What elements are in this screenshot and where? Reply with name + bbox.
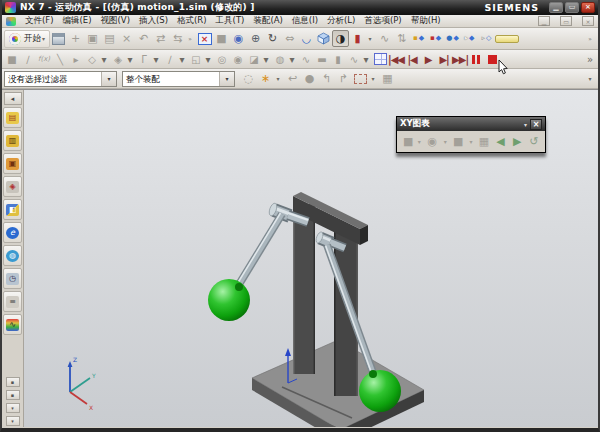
extrude-chevron[interactable]: ▾ (202, 52, 214, 67)
joint-define-button[interactable]: ●◆ (444, 30, 461, 47)
xy-zoom-button[interactable]: ◉ (425, 134, 440, 149)
playback-end-button[interactable]: ▶▶| (452, 52, 468, 67)
filter-dropdown-button[interactable]: ▾ (101, 72, 116, 86)
playback-play-button[interactable]: ▶ (420, 52, 436, 67)
nx-app-icon[interactable] (5, 2, 16, 13)
fit-view-button[interactable]: ◡ (298, 30, 315, 47)
menu-analysis[interactable]: 分析(L) (327, 15, 355, 27)
minimize-button[interactable]: ▁ (549, 2, 563, 13)
close-button[interactable]: × (581, 2, 595, 13)
line-button[interactable]: ╲ (52, 52, 68, 67)
visualization-tab[interactable]: ∿ (3, 314, 22, 335)
isometric-view-button[interactable] (315, 30, 332, 47)
paste-button[interactable]: ▤ (101, 30, 118, 47)
xy-grid-button[interactable]: ▦ (477, 134, 492, 149)
mdi-close-button[interactable]: × (582, 16, 594, 26)
hole-button[interactable]: ◎ (214, 52, 230, 67)
save-button[interactable] (50, 30, 67, 47)
xy-window-button[interactable]: ■ (451, 134, 466, 149)
block-button[interactable]: ■ (4, 52, 20, 67)
sketch-button[interactable]: ∕ (20, 52, 36, 67)
mdi-minimize-button[interactable]: ▁ (538, 16, 550, 26)
datum-button[interactable]: ▸ (68, 52, 84, 67)
row2-overflow-chevron[interactable]: » (584, 52, 596, 67)
history-palette-tab[interactable]: ◍ (3, 245, 22, 266)
selection-filter-combo[interactable]: 没有选择过滤器 ▾ (4, 71, 117, 87)
snap-point-button[interactable]: ◌ (240, 70, 257, 87)
measure-button[interactable] (495, 30, 519, 47)
menu-file[interactable]: 文件(F) (25, 15, 54, 27)
menu-help[interactable]: 帮助(H) (411, 15, 441, 27)
next-selection-button[interactable]: ↱ (335, 70, 352, 87)
assembly-navigator-tab[interactable]: ▤ (3, 107, 22, 128)
motion-navigator-tab[interactable]: ◈ (3, 176, 22, 197)
move-component-button[interactable]: ⇅ (393, 30, 410, 47)
menu-preferences[interactable]: 首选项(P) (364, 15, 401, 27)
curve-chevron[interactable]: ▾ (360, 52, 372, 67)
zoom-button[interactable]: ⊕ (247, 30, 264, 47)
xy-plot-chevron[interactable]: ▾ (416, 134, 423, 149)
graphics-window[interactable]: Z Y X XY图表 ▾ × ■ ▾ ◉ ▾ ■ ▾ (24, 90, 598, 427)
menu-format[interactable]: 格式(R) (177, 15, 207, 27)
curve-check-button[interactable]: ∿ (376, 30, 393, 47)
xy-chart-toolbar[interactable]: XY图表 ▾ × ■ ▾ ◉ ▾ ■ ▾ ▦ ◀ ▶ ↺ (396, 116, 546, 153)
show-hide-button[interactable]: × (196, 30, 213, 47)
resource-bar-collapse-button[interactable]: ◂ (4, 92, 22, 105)
selection-scope-combo[interactable]: 整个装配 ▾ (122, 71, 235, 87)
xy-toolbar-options-chevron[interactable]: ▾ (524, 121, 527, 128)
playback-pause-button[interactable] (468, 52, 484, 67)
magnify-window-button[interactable]: ◉ (230, 30, 247, 47)
point-chevron[interactable]: ▾ (98, 52, 110, 67)
roles-tab[interactable]: ≡ (3, 291, 22, 312)
pan-view-button[interactable]: ⇔ (281, 30, 298, 47)
cut-button[interactable]: + (67, 30, 84, 47)
spline-button[interactable]: ∿ (298, 52, 314, 67)
hammer-chevron[interactable]: ▾ (150, 52, 162, 67)
start-menu-button[interactable]: 开始 ▾ (4, 30, 50, 48)
link-button[interactable]: ⇄ (152, 30, 169, 47)
xy-toolbar-close-button[interactable]: × (530, 119, 542, 130)
view-toolbar-chevron[interactable]: ▾ (364, 30, 376, 47)
pattern-button[interactable]: ▬ (314, 52, 330, 67)
mdi-restore-button[interactable]: ▭ (560, 16, 572, 26)
resource-dock-button-1[interactable]: ▪ (6, 377, 20, 387)
xy-chart-title-bar[interactable]: XY图表 ▾ × (397, 117, 545, 131)
playback-start-button[interactable]: |◀◀ (388, 52, 404, 67)
highlight-chevron[interactable]: ▾ (272, 70, 284, 87)
shaded-select-button[interactable]: ▦ (379, 70, 396, 87)
sketch-chevron[interactable]: ▾ (124, 52, 136, 67)
playback-step-forward-button[interactable]: ▶| (436, 52, 452, 67)
playback-step-back-button[interactable]: |◀ (404, 52, 420, 67)
unite-chevron[interactable]: ▾ (260, 52, 272, 67)
row3-overflow-chevron[interactable]: ▾ (584, 70, 596, 87)
prev-selection-button[interactable]: ↰ (318, 70, 335, 87)
menu-tools[interactable]: 工具(T) (216, 15, 245, 27)
row1-overflow-chevron[interactable]: » (584, 30, 596, 47)
part-navigator-tab[interactable]: ▣ (3, 153, 22, 174)
xy-page-right-button[interactable]: ▶ (510, 134, 525, 149)
revolve-chevron[interactable]: ▾ (286, 52, 298, 67)
web-browser-tab[interactable]: e (3, 222, 22, 243)
rect-select-chevron[interactable]: ▾ (367, 70, 379, 87)
xy-window-chevron[interactable]: ▾ (467, 134, 474, 149)
reuse-library-tab[interactable]: ◧ (3, 199, 22, 220)
boss-button[interactable]: ◉ (230, 52, 246, 67)
menu-edit[interactable]: 编辑(E) (63, 15, 92, 27)
constraint-navigator-tab[interactable]: ▥ (3, 130, 22, 151)
xy-zoom-chevron[interactable]: ▾ (441, 134, 448, 149)
expression-button[interactable]: f(x) (36, 52, 52, 67)
link-define-button[interactable]: ▪◆ (427, 30, 444, 47)
menu-assemblies[interactable]: 装配(A) (253, 15, 282, 27)
menu-insert[interactable]: 插入(S) (139, 15, 168, 27)
smart-point-button[interactable]: ▹◇ (478, 30, 495, 47)
shaded-mode-button[interactable]: ◑ (332, 30, 349, 47)
rotate-view-button[interactable]: ↻ (264, 30, 281, 47)
environment-button[interactable]: ▪◆ (410, 30, 427, 47)
xy-page-left-button[interactable]: ◀ (493, 134, 508, 149)
delete-button[interactable]: × (118, 30, 135, 47)
copy-button[interactable]: ▣ (84, 30, 101, 47)
immediate-hide-button[interactable]: ■ (213, 30, 230, 47)
resource-dock-button-2[interactable]: ▪ (6, 390, 20, 400)
toolbar-options-chevron[interactable]: » (184, 30, 196, 47)
menu-information[interactable]: 信息(I) (292, 15, 318, 27)
